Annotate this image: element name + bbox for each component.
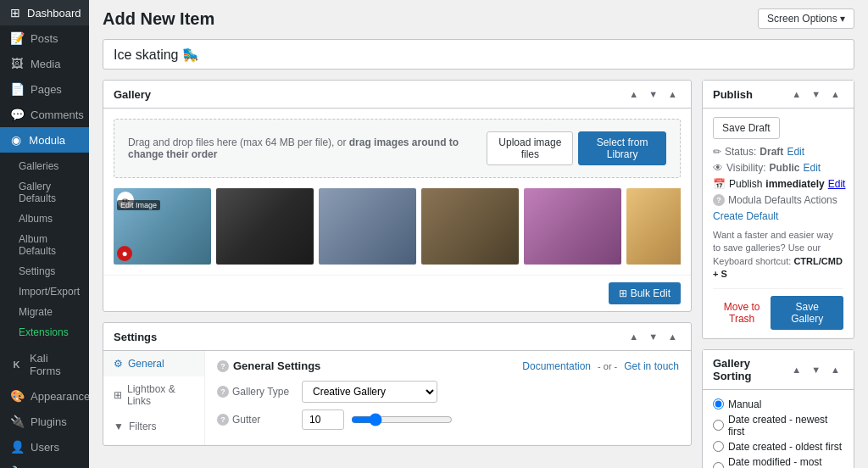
gallery-drop-text: Drag and drop files here (max 64 MB per … — [128, 136, 487, 160]
select-from-library-button[interactable]: Select from Library — [578, 131, 666, 165]
sidebar-item-appearance[interactable]: 🎨 Appearance — [0, 383, 89, 409]
app-wrapper: ⊞ Dashboard 📝 Posts 🖼 Media 📄 Pages 💬 Co… — [0, 0, 868, 468]
sidebar-item-tools[interactable]: 🔧 Tools — [0, 460, 89, 468]
publish-toggle-button[interactable]: ▲ — [827, 87, 843, 101]
gallery-drop-area: Drag and drop files here (max 64 MB per … — [114, 119, 681, 178]
sidebar-sub-albums[interactable]: Albums — [0, 209, 89, 229]
modula-arrow-icon: ◀ — [72, 136, 79, 145]
sidebar-sub-gallery-defaults[interactable]: Gallery Defaults — [0, 176, 89, 209]
sidebar-item-plugins[interactable]: 🔌 Plugins — [0, 409, 89, 434]
kali-forms-icon: K — [10, 359, 23, 370]
gallery-type-label: ? Gallery Type — [217, 386, 302, 398]
settings-sidebar-general[interactable]: ⚙ General — [103, 351, 204, 376]
delete-image-icon-1[interactable]: ● — [117, 246, 132, 261]
general-settings-question-icon[interactable]: ? — [217, 360, 229, 372]
publish-panel-title: Publish — [713, 88, 753, 101]
sidebar-item-users[interactable]: 👤 Users — [0, 434, 89, 460]
sidebar-sub-extensions[interactable]: Extensions — [0, 322, 89, 343]
sorting-option-date-oldest: Date created - oldest first — [713, 441, 843, 453]
settings-general-icon: ⚙ — [114, 358, 123, 370]
sorting-toggle-button[interactable]: ▲ — [827, 363, 843, 376]
visibility-edit-link[interactable]: Edit — [803, 162, 821, 174]
publish-up-button[interactable]: ▲ — [788, 87, 804, 101]
save-draft-button[interactable]: Save Draft — [713, 117, 780, 139]
move-to-trash-button[interactable]: Move to Trash — [713, 301, 771, 325]
sidebar-sub-import-export[interactable]: Import/Export — [0, 281, 89, 302]
sorting-option-modified-recent: Date modified - most recent first — [713, 456, 843, 468]
gallery-image-2[interactable] — [216, 188, 314, 265]
gutter-row: ? Gutter — [217, 410, 679, 430]
publish-edit-link[interactable]: Edit — [828, 178, 846, 190]
posts-icon: 📝 — [10, 31, 24, 45]
gutter-question-icon[interactable]: ? — [217, 414, 229, 426]
main-panels: Gallery ▲ ▼ ▲ Drag and drop files here (… — [103, 80, 692, 468]
sidebar-sub-galleries[interactable]: Galleries — [0, 156, 89, 176]
gallery-type-question-icon[interactable]: ? — [217, 386, 229, 398]
media-icon: 🖼 — [10, 57, 24, 70]
gallery-drop-buttons: Upload image files Select from Library — [487, 131, 666, 165]
gallery-image-1[interactable]: ✏ Edit Image ● — [114, 188, 211, 265]
item-title-input[interactable] — [103, 39, 854, 70]
get-in-touch-link[interactable]: Get in touch — [624, 360, 679, 372]
settings-sidebar-filters[interactable]: ▼ Filters — [103, 414, 204, 439]
gallery-sorting-header: Gallery Sorting ▲ ▼ ▲ — [703, 350, 854, 390]
status-icon: ✏ — [713, 146, 721, 158]
sidebar-sub-settings[interactable]: Settings — [0, 261, 89, 281]
sidebar-item-label: Posts — [31, 32, 58, 45]
sidebar-item-pages[interactable]: 📄 Pages — [0, 76, 89, 102]
gallery-image-4[interactable] — [421, 188, 519, 265]
gallery-image-5[interactable] — [524, 188, 621, 265]
screen-options-button[interactable]: Screen Options ▾ — [758, 8, 854, 29]
sorting-radio-date-newest[interactable] — [713, 420, 724, 431]
gutter-control — [302, 410, 679, 430]
pages-icon: 📄 — [10, 82, 24, 96]
gutter-range-slider[interactable] — [351, 413, 453, 426]
status-row: ✏ Status: Draft Edit — [713, 146, 843, 158]
sidebar-sub-album-defaults[interactable]: Album Defaults — [0, 229, 89, 261]
gallery-panel-body: Drag and drop files here (max 64 MB per … — [103, 109, 691, 275]
bulk-edit-button[interactable]: ⊞ Bulk Edit — [609, 282, 681, 304]
sidebar-item-label: Modula — [29, 134, 65, 147]
sorting-radio-manual[interactable] — [713, 398, 724, 410]
save-gallery-button[interactable]: Save Gallery — [771, 296, 843, 330]
gallery-type-select[interactable]: Creative Gallery Slider Masonry Grid — [302, 381, 437, 403]
plugins-icon: 🔌 — [10, 415, 24, 428]
content-with-sidebar: Gallery ▲ ▼ ▲ Drag and drop files here (… — [103, 80, 854, 468]
sidebar-item-media[interactable]: 🖼 Media — [0, 51, 89, 76]
gutter-number-input[interactable] — [302, 410, 344, 430]
create-default-link[interactable]: Create Default — [713, 210, 843, 222]
settings-filters-icon: ▼ — [114, 421, 124, 432]
settings-toggle-button[interactable]: ▲ — [665, 330, 681, 343]
sorting-up-button[interactable]: ▲ — [788, 363, 804, 376]
gallery-sorting-title: Gallery Sorting — [713, 357, 788, 382]
settings-collapse-down-button[interactable]: ▼ — [645, 330, 661, 343]
sidebar-item-posts[interactable]: 📝 Posts — [0, 25, 89, 51]
gallery-panel-header: Gallery ▲ ▼ ▲ — [103, 81, 691, 109]
sorting-down-button[interactable]: ▼ — [808, 363, 824, 376]
gallery-collapse-up-button[interactable]: ▲ — [626, 87, 642, 101]
gallery-image-6[interactable] — [626, 188, 681, 265]
gallery-image-3[interactable] — [319, 188, 416, 265]
sidebar-item-dashboard[interactable]: ⊞ Dashboard — [0, 0, 89, 25]
settings-sidebar-lightbox[interactable]: ⊞ Lightbox & Links — [103, 376, 204, 414]
documentation-link[interactable]: Documentation — [522, 360, 591, 372]
publish-panel: Publish ▲ ▼ ▲ Save Draft ✏ Status: Draft — [702, 80, 854, 339]
sidebar-sub-migrate[interactable]: Migrate — [0, 302, 89, 322]
gallery-image-thumbnail-2 — [216, 188, 314, 265]
status-edit-link[interactable]: Edit — [787, 146, 804, 158]
upload-image-files-button[interactable]: Upload image files — [487, 131, 573, 165]
gallery-collapse-down-button[interactable]: ▼ — [645, 87, 661, 101]
gallery-toggle-button[interactable]: ▲ — [665, 87, 681, 101]
sorting-radio-date-oldest[interactable] — [713, 441, 724, 452]
gallery-panel-title: Gallery — [114, 88, 151, 101]
sorting-radio-modified-recent[interactable] — [713, 462, 724, 468]
sidebar-item-kali-forms[interactable]: K Kali Forms — [0, 346, 89, 383]
sidebar-item-modula[interactable]: ◉ Modula ◀ — [0, 127, 89, 153]
modula-defaults-question-icon[interactable]: ? — [713, 194, 725, 206]
settings-collapse-up-button[interactable]: ▲ — [626, 330, 642, 343]
gallery-image-thumbnail-3 — [319, 188, 416, 265]
gallery-type-control: Creative Gallery Slider Masonry Grid — [302, 381, 679, 403]
sidebar-item-comments[interactable]: 💬 Comments — [0, 102, 89, 127]
sidebar-item-label: Media — [31, 58, 60, 70]
publish-down-button[interactable]: ▼ — [808, 87, 824, 101]
